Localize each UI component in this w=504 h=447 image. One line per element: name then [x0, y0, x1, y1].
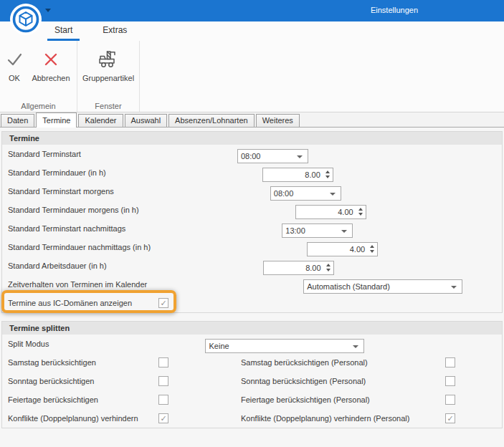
- form-row: Termine aus IC-Domänen anzeigen ✓: [2, 294, 502, 312]
- form-row: Standard Termindauer (in h) 8.00: [2, 163, 502, 182]
- crane-truck-icon: [98, 50, 119, 69]
- form-row: Samstag berücksichtigen Samstag berücksi…: [2, 353, 502, 372]
- ribbon-group-label-allgemein: Allgemein: [0, 102, 77, 112]
- field-label: Konflikte (Doppelplanung) verhindern: [8, 414, 138, 423]
- form-row: Feiertage berücksichtigen Feiertage berü…: [2, 390, 502, 409]
- feiertage-personal-checkbox[interactable]: [445, 395, 455, 405]
- tab-auswahl[interactable]: Auswahl: [125, 114, 168, 127]
- ok-button[interactable]: OK: [0, 50, 29, 82]
- ribbon-tab-start[interactable]: Start: [47, 21, 80, 41]
- standard-termindauer-nachmittags-spin[interactable]: 4.00: [307, 242, 378, 256]
- chevron-down-icon[interactable]: [341, 230, 347, 233]
- field-label: Samstag berücksichtigen (Personal): [241, 358, 368, 367]
- field-label: Split Modus: [8, 340, 49, 348]
- spinner-buttons[interactable]: [325, 170, 330, 178]
- window-title: Einstellungen: [287, 6, 502, 14]
- spin-value: 8.00: [305, 170, 320, 179]
- field-label: Standard Terminstart nachmittags: [8, 224, 125, 233]
- field-label: Standard Termindauer morgens (in h): [8, 206, 139, 214]
- sonntag-checkbox[interactable]: [158, 376, 168, 386]
- chevron-down-icon[interactable]: [297, 155, 303, 158]
- standard-terminstart-nachmittags-combo[interactable]: 13:00: [282, 224, 353, 238]
- page-tab-strip: Daten Termine Kalender Auswahl Absenzen/…: [0, 112, 504, 128]
- field-label: Konflikte (Doppelplanung) verhindern (Pe…: [241, 414, 409, 423]
- standard-terminstart-combo[interactable]: 08:00: [237, 149, 308, 163]
- app-menu-dropdown-icon[interactable]: [45, 9, 51, 12]
- spinner-buttons[interactable]: [358, 208, 363, 216]
- konflikte-personal-checkbox[interactable]: ✓: [445, 413, 455, 423]
- form-row: Konflikte (Doppelplanung) verhindern ✓ K…: [2, 409, 502, 428]
- ribbon-group-fenster: Gruppenartikel Fenster: [77, 41, 140, 112]
- app-logo-icon[interactable]: [9, 3, 42, 36]
- field-label: Zeitverhalten von Terminen im Kalender: [8, 280, 147, 289]
- x-icon: [42, 50, 60, 69]
- gruppenartikel-button[interactable]: Gruppenartikel: [78, 50, 138, 82]
- form-row: Standard Terminstart 08:00: [2, 145, 502, 163]
- section-termine-title: Termine: [2, 132, 502, 145]
- field-label: Standard Terminstart: [8, 150, 81, 158]
- tab-daten[interactable]: Daten: [1, 114, 34, 127]
- tab-content: Termine Standard Terminstart 08:00 Stand…: [0, 128, 504, 447]
- chevron-down-icon[interactable]: [451, 286, 457, 289]
- field-label: Standard Termindauer (in h): [8, 168, 106, 177]
- form-row: Standard Terminstart nachmittags 13:00: [2, 219, 502, 238]
- spinner-buttons[interactable]: [370, 245, 374, 253]
- form-row: Split Modus Keine: [2, 335, 502, 353]
- field-label: Standard Arbeitsdauer (in h): [8, 261, 107, 270]
- form-row: Standard Arbeitsdauer (in h) 8.00: [2, 256, 502, 275]
- field-label: Feiertage berücksichtigen: [8, 395, 98, 404]
- combo-value: 08:00: [241, 152, 261, 160]
- field-label: Feiertage berücksichtigen (Personal): [241, 395, 370, 404]
- tab-termine[interactable]: Termine: [36, 112, 77, 128]
- ribbon-tab-strip: Start Extras: [0, 21, 504, 41]
- standard-terminstart-morgens-combo[interactable]: 08:00: [270, 186, 341, 201]
- field-label: Standard Terminstart morgens: [8, 187, 114, 196]
- chevron-down-icon[interactable]: [330, 193, 336, 196]
- standard-termindauer-morgens-spin[interactable]: 4.00: [295, 205, 366, 219]
- abbrechen-button[interactable]: Abbrechen: [29, 50, 73, 82]
- spinner-buttons[interactable]: [326, 264, 331, 271]
- ribbon-group-allgemein: OK Abbrechen Allgemein: [0, 41, 77, 112]
- field-label: Standard Termindauer nachmittags (in h): [8, 243, 151, 251]
- combo-value: Keine: [209, 342, 229, 350]
- sonntag-personal-checkbox[interactable]: [445, 376, 455, 386]
- form-row: Standard Terminstart morgens 08:00: [2, 182, 502, 201]
- samstag-personal-checkbox[interactable]: [445, 357, 455, 367]
- standard-termindauer-spin[interactable]: 8.00: [262, 168, 333, 182]
- standard-arbeitsdauer-spin[interactable]: 8.00: [263, 261, 334, 275]
- spin-value: 8.00: [305, 264, 320, 272]
- form-row: Sonntag berücksichtigen Sonntag berücksi…: [2, 372, 502, 390]
- samstag-checkbox[interactable]: [158, 357, 168, 367]
- field-label: Sonntag berücksichtigen (Personal): [241, 377, 366, 385]
- split-modus-combo[interactable]: Keine: [205, 339, 364, 353]
- konflikte-checkbox[interactable]: ✓: [158, 413, 168, 423]
- zeitverhalten-combo[interactable]: Automatisch (Standard): [303, 279, 462, 294]
- tab-kalender[interactable]: Kalender: [78, 114, 123, 127]
- field-label: Samstag berücksichtigen: [8, 358, 96, 367]
- spin-value: 4.00: [338, 208, 353, 216]
- ic-domaenen-checkbox[interactable]: ✓: [158, 298, 168, 308]
- form-row: Standard Termindauer nachmittags (in h) …: [2, 238, 502, 256]
- title-bar: Einstellungen: [0, 0, 504, 21]
- field-label: Sonntag berücksichtigen: [8, 377, 94, 385]
- section-termine-splitten: Termine splitten Split Modus Keine Samst…: [1, 321, 503, 428]
- field-label: Termine aus IC-Domänen anzeigen: [8, 299, 132, 307]
- combo-value: Automatisch (Standard): [307, 282, 390, 291]
- section-splitten-title: Termine splitten: [2, 322, 502, 335]
- form-row: Standard Termindauer morgens (in h) 4.00: [2, 201, 502, 219]
- section-termine: Termine Standard Terminstart 08:00 Stand…: [1, 131, 503, 313]
- combo-value: 13:00: [285, 226, 305, 235]
- ribbon-tab-extras[interactable]: Extras: [95, 21, 134, 41]
- chevron-down-icon[interactable]: [353, 345, 358, 348]
- combo-value: 08:00: [274, 189, 294, 198]
- feiertage-checkbox[interactable]: [158, 395, 168, 405]
- tab-absenzen-lohnarten[interactable]: Absenzen/Lohnarten: [168, 114, 255, 127]
- ribbon-group-label-fenster: Fenster: [77, 102, 139, 112]
- form-row: Zeitverhalten von Terminen im Kalender A…: [2, 275, 502, 294]
- spin-value: 4.00: [350, 245, 365, 254]
- check-icon: [6, 50, 23, 69]
- tab-weiteres[interactable]: Weiteres: [256, 114, 300, 127]
- settings-window: Einstellungen Start Extras: [0, 0, 504, 447]
- ribbon: OK Abbrechen Allgemein: [0, 41, 504, 112]
